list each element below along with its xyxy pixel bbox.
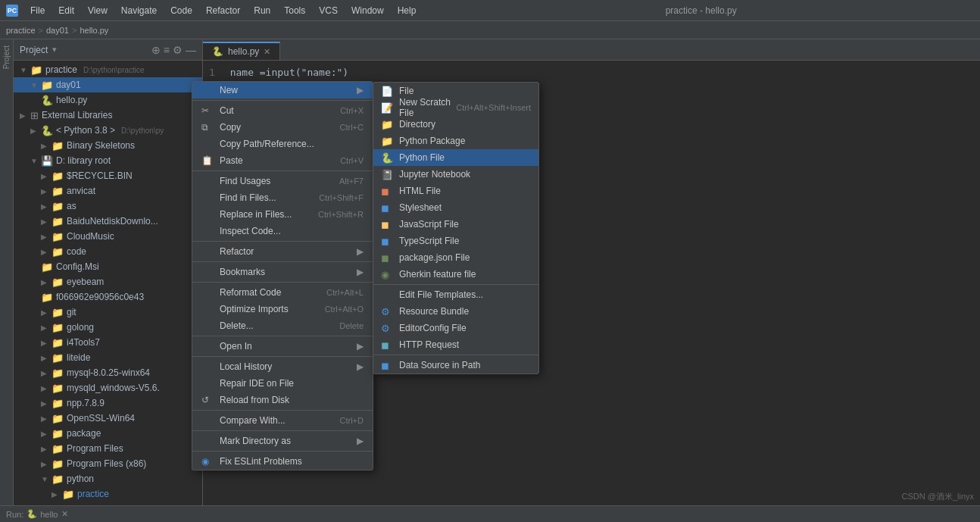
sub-resource-bundle[interactable]: ⚙ Resource Bundle xyxy=(373,303,538,320)
ctx-refactor[interactable]: Refactor ▶ xyxy=(192,243,373,260)
gherkin-icon: ◉ xyxy=(381,269,395,280)
ctx-copy[interactable]: ⧉ Copy Ctrl+C xyxy=(192,119,373,136)
ctx-fix-eslint[interactable]: ◉ Fix ESLint Problems xyxy=(192,453,373,470)
ctx-optimize[interactable]: Optimize Imports Ctrl+Alt+O xyxy=(192,301,373,317)
sub-datasource[interactable]: ◼ Data Source in Path xyxy=(373,357,538,374)
menu-help[interactable]: Help xyxy=(392,4,423,17)
menu-tools[interactable]: Tools xyxy=(278,4,311,17)
breadcrumb-hello[interactable]: hello.py xyxy=(80,26,108,35)
menu-view[interactable]: View xyxy=(82,4,114,17)
menu-refactor[interactable]: Refactor xyxy=(200,4,246,17)
tree-item-d-root[interactable]: ▼ 💾 D: library root xyxy=(14,153,202,168)
tree-item-git[interactable]: ▶ 📁 git xyxy=(14,305,202,320)
tree-item-code[interactable]: ▶ 📁 code xyxy=(14,244,202,259)
settings-icon[interactable]: ⚙ xyxy=(173,44,183,56)
sub-html[interactable]: ◼ HTML File xyxy=(373,183,538,199)
tree-item-binary[interactable]: ▶ 📁 Binary Skeletons xyxy=(14,138,202,153)
ctx-delete[interactable]: Delete... Delete xyxy=(192,317,373,334)
ctx-bookmarks[interactable]: Bookmarks ▶ xyxy=(192,264,373,280)
ctx-open-in[interactable]: Open In ▶ xyxy=(192,338,373,355)
menu-file[interactable]: File xyxy=(24,4,51,17)
panel-title: Project xyxy=(20,45,48,55)
sub-package-json[interactable]: ◼ package.json File xyxy=(373,249,538,266)
sub-gherkin[interactable]: ◉ Gherkin feature file xyxy=(373,266,538,283)
sub-python-package[interactable]: 📁 Python Package xyxy=(373,133,538,149)
js-icon: ◼ xyxy=(381,219,395,230)
ctx-new[interactable]: New ▶ 📄 File 📝 New Scratch File Ctrl+Alt… xyxy=(192,82,373,98)
tree-item-liteide[interactable]: ▶ 📁 liteide xyxy=(14,350,202,365)
ctx-cut[interactable]: ✂ Cut Ctrl+X xyxy=(192,102,373,119)
sub-stylesheet[interactable]: ◼ Stylesheet xyxy=(373,199,538,216)
tree-item-f06[interactable]: 📁 f066962e90956c0e43 xyxy=(14,289,202,305)
ctx-paste[interactable]: 📋 Paste Ctrl+V xyxy=(192,152,373,169)
sub-new-scratch[interactable]: 📝 New Scratch File Ctrl+Alt+Shift+Insert xyxy=(373,99,538,116)
ctx-inspect-code[interactable]: Inspect Code... xyxy=(192,223,373,239)
ctx-mark-dir[interactable]: Mark Directory as ▶ xyxy=(192,433,373,449)
http-icon: ◼ xyxy=(381,339,395,351)
minimize-icon[interactable]: — xyxy=(186,44,196,56)
menu-edit[interactable]: Edit xyxy=(52,4,80,17)
ctx-find-usages[interactable]: Find Usages Alt+F7 xyxy=(192,173,373,189)
tree-item-anvicat[interactable]: ▶ 📁 anvicat xyxy=(14,183,202,198)
tab-hello[interactable]: 🐍 hello.py ✕ xyxy=(203,42,280,60)
ctx-replace-files[interactable]: Replace in Files... Ctrl+Shift+R xyxy=(192,206,373,223)
ctx-reformat[interactable]: Reformat Code Ctrl+Alt+L xyxy=(192,284,373,301)
ctx-reload[interactable]: ↺ Reload from Disk xyxy=(192,392,373,408)
breadcrumb-practice[interactable]: practice xyxy=(6,26,36,35)
ctx-compare[interactable]: Compare With... Ctrl+D xyxy=(192,412,373,429)
tree-item-baidu[interactable]: ▶ 📁 BaiduNetdiskDownlo... xyxy=(14,214,202,229)
tree-item-mysqld[interactable]: ▶ 📁 mysqld_windows-V5.6. xyxy=(14,380,202,395)
tree-item-openssl[interactable]: ▶ 📁 OpenSSL-Win64 xyxy=(14,411,202,426)
tree-item-package[interactable]: ▶ 📁 package xyxy=(14,426,202,441)
tree-item-ext-libs[interactable]: ▶ ⊞ External Libraries xyxy=(14,108,202,123)
tree-item-progfiles86[interactable]: ▶ 📁 Program Files (x86) xyxy=(14,456,202,471)
menu-vcs[interactable]: VCS xyxy=(313,4,344,17)
tab-close-icon[interactable]: ✕ xyxy=(264,47,270,57)
tree-item-golong[interactable]: ▶ 📁 golong xyxy=(14,320,202,335)
sync-icon[interactable]: ⊕ xyxy=(151,44,161,56)
tree-item-npp[interactable]: ▶ 📁 npp.7.8.9 xyxy=(14,395,202,411)
sub-http[interactable]: ◼ HTTP Request xyxy=(373,336,538,353)
tree-item-practice[interactable]: ▼ 📁 practice D:\python\practice xyxy=(14,62,202,77)
tree-item-eyebeam[interactable]: ▶ 📁 eyebeam xyxy=(14,274,202,289)
sub-python-file[interactable]: 🐍 Python File xyxy=(373,149,538,166)
ctx-local-history[interactable]: Local History ▶ xyxy=(192,358,373,375)
py-icon: 🐍 xyxy=(41,125,53,136)
menu-code[interactable]: Code xyxy=(164,4,198,17)
copy-icon: ⧉ xyxy=(201,122,214,133)
breadcrumb-day01[interactable]: day01 xyxy=(46,26,69,35)
sub-edit-templates[interactable]: Edit File Templates... xyxy=(373,286,538,303)
tree-item-cloud[interactable]: ▶ 📁 CloudMusic xyxy=(14,229,202,244)
tree-item-day01[interactable]: ▼ 📁 day01 xyxy=(14,77,202,92)
menu-navigate[interactable]: Navigate xyxy=(115,4,163,17)
tree-item-recycle[interactable]: ▶ 📁 $RECYCLE.BIN xyxy=(14,168,202,183)
collapse-icon[interactable]: ≡ xyxy=(164,44,170,56)
tree-item-config[interactable]: 📁 Config.Msi xyxy=(14,259,202,274)
tree-item-mysql[interactable]: ▶ 📁 mysql-8.0.25-winx64 xyxy=(14,365,202,380)
cut-icon: ✂ xyxy=(201,105,214,116)
tree-item-python[interactable]: ▼ 📁 python xyxy=(14,471,202,486)
run-close[interactable]: ✕ xyxy=(61,509,68,519)
ctx-copy-path[interactable]: Copy Path/Reference... xyxy=(192,136,373,152)
sub-typescript[interactable]: ◼ TypeScript File xyxy=(373,233,538,249)
tree-item-hello[interactable]: 🐍 hello.py xyxy=(14,92,202,108)
project-side-tab[interactable]: Project xyxy=(2,45,11,69)
sub-directory[interactable]: 📁 Directory xyxy=(373,116,538,133)
sub-editorconfig[interactable]: ⚙ EditorConfig File xyxy=(373,320,538,336)
menu-run[interactable]: Run xyxy=(248,4,276,17)
sub-file[interactable]: 📄 File xyxy=(373,83,538,99)
paste-icon: 📋 xyxy=(201,155,214,166)
run-item[interactable]: hello xyxy=(40,510,58,519)
tree-item-as[interactable]: ▶ 📁 as xyxy=(14,198,202,214)
sub-javascript[interactable]: ◼ JavaScript File xyxy=(373,216,538,233)
side-tab: Project xyxy=(0,39,14,505)
menu-window[interactable]: Window xyxy=(345,4,390,17)
tree-item-practice2[interactable]: ▶ 📁 practice xyxy=(14,486,202,502)
tree-item-python38[interactable]: ▶ 🐍 < Python 3.8 > D:\python\py xyxy=(14,123,202,138)
ctx-find-files[interactable]: Find in Files... Ctrl+Shift+F xyxy=(192,189,373,206)
ctx-repair-ide[interactable]: Repair IDE on File xyxy=(192,375,373,392)
tree-item-progfiles[interactable]: ▶ 📁 Program Files xyxy=(14,441,202,456)
pkg-icon: 📁 xyxy=(381,136,395,147)
tree-item-i4tools[interactable]: ▶ 📁 i4Tools7 xyxy=(14,335,202,350)
sub-jupyter[interactable]: 📓 Jupyter Notebook xyxy=(373,166,538,183)
